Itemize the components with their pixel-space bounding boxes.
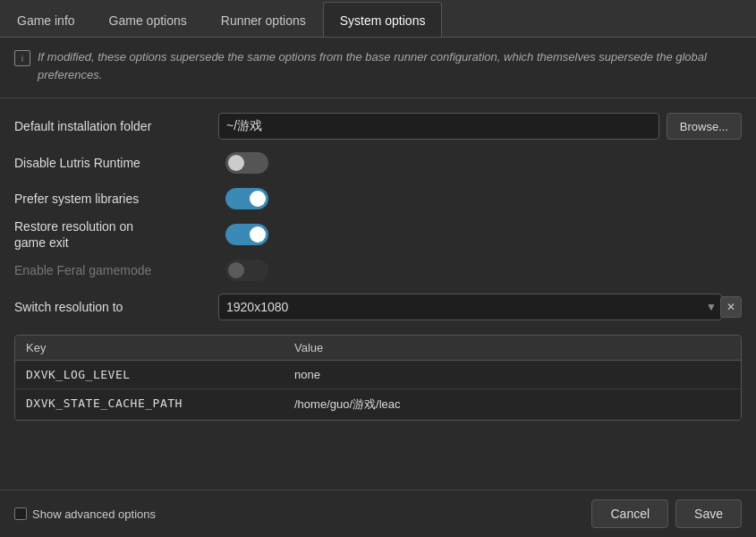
disable-lutris-toggle[interactable] <box>225 152 268 174</box>
table-cell-val-0: none <box>284 361 741 388</box>
browse-button[interactable]: Browse... <box>667 113 742 140</box>
restore-resolution-row: Restore resolution on game exit <box>14 218 742 251</box>
default-folder-row: Default installation folder Browse... <box>14 109 742 143</box>
separator-1 <box>0 98 756 98</box>
restore-resolution-label: Restore resolution on game exit <box>14 218 211 251</box>
disable-lutris-row: Disable Lutris Runtime <box>14 147 742 179</box>
default-folder-label: Default installation folder <box>14 119 211 133</box>
switch-resolution-wrapper: 1920x1080 1280x720 2560x1440 3840x2160 ▼… <box>218 294 742 320</box>
disable-lutris-thumb <box>228 155 244 171</box>
tab-runner-options[interactable]: Runner options <box>204 4 323 37</box>
switch-resolution-select[interactable]: 1920x1080 1280x720 2560x1440 3840x2160 <box>218 294 722 320</box>
restore-resolution-toggle[interactable] <box>225 224 268 245</box>
prefer-system-toggle[interactable] <box>225 188 268 209</box>
cancel-button[interactable]: Cancel <box>591 499 668 528</box>
switch-resolution-label: Switch resolution to <box>14 300 211 314</box>
table-header: Key Value <box>15 336 741 361</box>
tab-game-options[interactable]: Game options <box>92 4 204 37</box>
disable-lutris-track <box>225 152 268 174</box>
content-area: i If modified, these options supersede t… <box>0 38 756 490</box>
table-col-key: Key <box>15 336 284 360</box>
table-row[interactable]: DXVK_LOG_LEVEL none <box>15 361 741 389</box>
prefer-system-thumb <box>250 191 266 207</box>
restore-resolution-thumb <box>250 226 266 243</box>
prefer-system-track <box>225 188 268 209</box>
table-cell-key-0: DXVK_LOG_LEVEL <box>15 361 284 388</box>
clear-resolution-button[interactable]: ✕ <box>720 296 742 318</box>
table-cell-val-1: /home/guo/游戏/leac <box>284 389 741 420</box>
info-text: If modified, these options supersede the… <box>38 48 742 83</box>
table-row[interactable]: DXVK_STATE_CACHE_PATH /home/guo/游戏/leac <box>15 389 741 420</box>
feral-gamemode-row: Enable Feral gamemode <box>14 254 742 286</box>
footer: Show advanced options Cancel Save <box>0 490 756 537</box>
table-cell-key-1: DXVK_STATE_CACHE_PATH <box>15 389 284 420</box>
tab-bar: Game info Game options Runner options Sy… <box>0 0 756 38</box>
options-list: Default installation folder Browse... Di… <box>0 102 756 331</box>
info-icon: i <box>14 50 30 66</box>
env-vars-table: Key Value DXVK_LOG_LEVEL none DXVK_STATE… <box>14 335 742 421</box>
feral-gamemode-track <box>225 260 268 281</box>
tab-game-info[interactable]: Game info <box>0 4 92 37</box>
default-folder-input[interactable] <box>218 113 659 140</box>
feral-gamemode-label: Enable Feral gamemode <box>14 262 211 278</box>
footer-right: Cancel Save <box>591 499 742 528</box>
tab-system-options[interactable]: System options <box>323 2 443 37</box>
info-banner: i If modified, these options supersede t… <box>14 48 742 83</box>
save-button[interactable]: Save <box>675 499 742 528</box>
show-advanced-checkbox-wrapper[interactable]: Show advanced options <box>14 507 156 521</box>
feral-gamemode-toggle[interactable] <box>225 260 268 281</box>
feral-gamemode-thumb <box>228 262 244 278</box>
disable-lutris-label: Disable Lutris Runtime <box>14 155 211 171</box>
table-col-val: Value <box>284 336 741 360</box>
restore-resolution-track <box>225 224 268 245</box>
show-advanced-checkbox[interactable] <box>14 507 27 520</box>
prefer-system-label: Prefer system libraries <box>14 191 211 207</box>
show-advanced-label: Show advanced options <box>32 507 156 521</box>
prefer-system-row: Prefer system libraries <box>14 183 742 215</box>
footer-left: Show advanced options <box>14 507 156 521</box>
switch-resolution-row: Switch resolution to 1920x1080 1280x720 … <box>14 290 742 324</box>
